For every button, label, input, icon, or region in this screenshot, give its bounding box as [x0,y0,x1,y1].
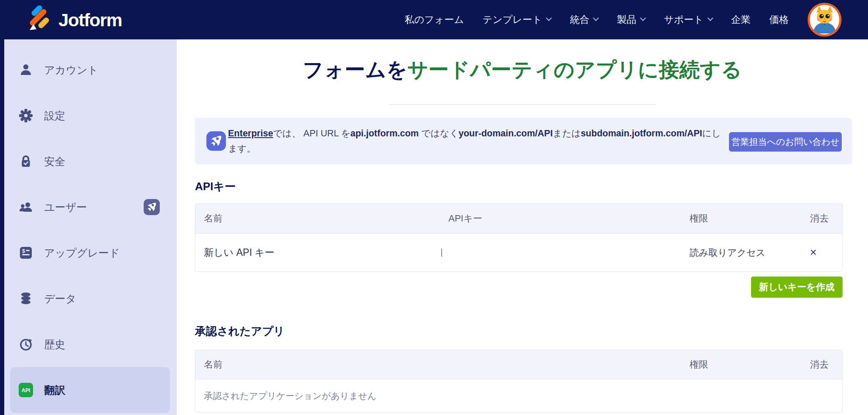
chevron-down-icon [640,15,646,21]
empty-state-text: 承認されたアプリケーションがありません [195,390,690,402]
column-header-delete: 消去 [810,358,842,371]
users-icon [19,200,33,214]
nav-integrations[interactable]: 統合 [570,13,598,26]
main-content: フォームをサードパーティのアプリに接続する Enterpriseでは、 API … [177,39,868,415]
chevron-down-icon [593,15,599,21]
brand-name: Jotform [58,10,122,30]
chevron-down-icon [546,15,552,21]
nav-products[interactable]: 製品 [617,13,645,26]
history-clock-icon [19,337,33,351]
sidebar-item-label: 設定 [44,109,65,123]
authorized-apps-table: 名前 権限 消去 承認されたアプリケーションがありません [195,350,843,412]
page-title: フォームをサードパーティのアプリに接続する [177,56,868,83]
nav-my-forms[interactable]: 私のフォーム [405,13,464,26]
sidebar-item-data[interactable]: データ [4,276,177,321]
sidebar-item-history[interactable]: 歴史 [4,321,177,367]
user-icon [19,63,33,77]
api-key-row: 新しい API キー 読み取りアクセス × [195,234,842,271]
column-header-name: 名前 [195,358,690,371]
authorized-apps-table-header: 名前 権限 消去 [195,350,842,379]
rocket-badge-icon [144,199,160,215]
rocket-icon [206,131,226,151]
sidebar-item-label: 翻訳 [44,383,65,397]
sidebar-item-api[interactable]: API 翻訳 [10,367,170,413]
redacted-api-key-value [441,249,442,257]
top-navigation: 私のフォーム テンプレート 統合 製品 サポート 企業 価格 [405,0,789,39]
authorized-apps-heading: 承認されたアプリ [195,324,285,339]
column-header-permission: 権限 [690,212,810,225]
page-title-highlight: サードパーティのアプリに接続する [407,58,742,81]
sidebar-item-settings[interactable]: 設定 [4,93,177,138]
chevron-down-icon [707,15,713,21]
nav-support[interactable]: サポート [664,13,712,26]
sidebar-item-label: アップグレード [44,246,120,260]
api-badge-icon: API [19,383,33,397]
jotform-logo-icon [25,6,52,34]
jotform-logo[interactable]: Jotform [25,6,122,34]
banner-message: Enterpriseでは、 API URL をapi.jotform.com で… [228,126,724,156]
authorized-apps-empty-row: 承認されたアプリケーションがありません [195,379,842,412]
nav-enterprise[interactable]: 企業 [731,13,751,26]
column-header-permission: 権限 [690,358,810,371]
gear-icon [19,108,33,123]
title-divider [389,104,656,105]
column-header-name: 名前 [195,212,448,225]
sidebar-item-users[interactable]: ユーザー [4,184,177,230]
sidebar-item-label: データ [44,292,76,306]
sidebar-item-security[interactable]: 安全 [4,138,177,184]
sidebar-item-upgrade[interactable]: $ アップグレード [4,230,177,276]
svg-text:$: $ [22,248,25,254]
column-header-delete: 消去 [810,212,842,225]
delete-key-button[interactable]: × [810,247,823,258]
top-navbar: Jotform 私のフォーム テンプレート 統合 製品 サポート 企業 価格 [0,0,868,39]
sidebar-item-label: アカウント [44,63,98,77]
invoice-dollar-icon: $ [19,246,33,260]
contact-sales-button[interactable]: 営業担当へのお問い合わせ [729,132,842,152]
lock-check-icon [19,154,33,169]
api-key-permission[interactable]: 読み取りアクセス [690,246,810,259]
column-header-api-key: APIキー [448,212,690,225]
sidebar-item-label: ユーザー [44,200,87,214]
database-icon [19,291,33,306]
settings-sidebar: アカウント 設定 [0,39,177,415]
left-edge-strip [0,39,4,415]
enterprise-link[interactable]: Enterprise [228,128,273,138]
sidebar-item-label: 歴史 [44,338,65,351]
sidebar-item-account[interactable]: アカウント [4,47,177,93]
enterprise-info-banner: Enterpriseでは、 API URL をapi.jotform.com で… [195,118,852,164]
api-keys-table-header: 名前 APIキー 権限 消去 [195,204,842,234]
nav-templates[interactable]: テンプレート [483,13,551,26]
api-key-name[interactable]: 新しい API キー [195,246,448,259]
svg-text:API: API [22,387,30,393]
nav-pricing[interactable]: 価格 [769,13,789,26]
create-new-key-button[interactable]: 新しいキーを作成 [751,277,843,298]
avatar[interactable] [807,3,842,37]
sidebar-item-label: 安全 [44,155,65,169]
api-keys-heading: APIキー [195,179,236,194]
api-keys-table: 名前 APIキー 権限 消去 新しい API キー 読み取りアクセス × [195,203,843,272]
